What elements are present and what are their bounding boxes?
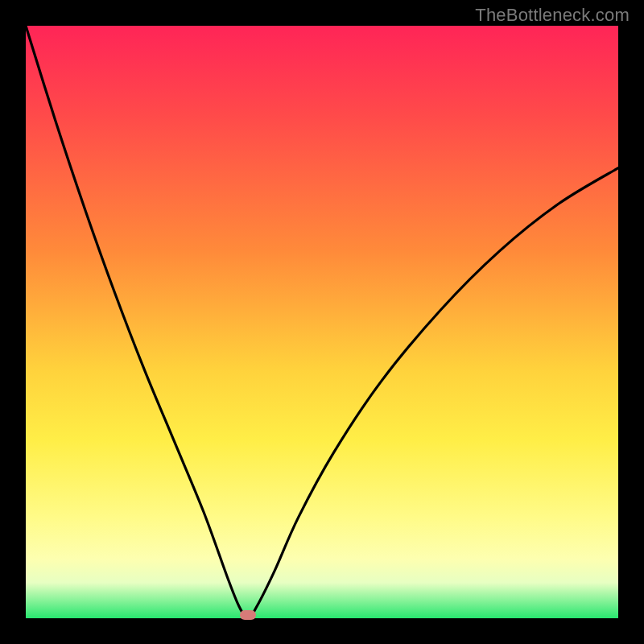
bottleneck-curve [26, 26, 618, 618]
curve-svg [26, 26, 618, 618]
chart-frame: TheBottleneck.com [0, 0, 644, 644]
min-marker [240, 610, 256, 620]
plot-area [26, 26, 618, 618]
watermark-label: TheBottleneck.com [475, 5, 630, 26]
